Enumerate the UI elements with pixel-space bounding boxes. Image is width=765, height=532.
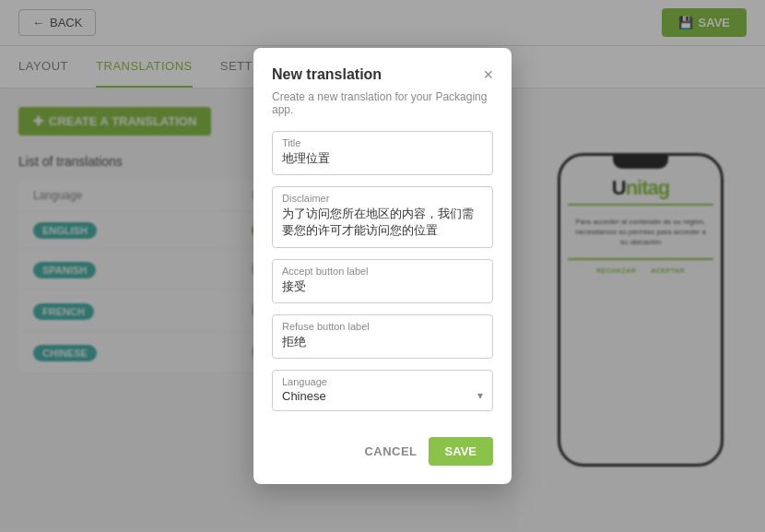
modal-footer: CANCEL SAVE [253, 426, 512, 484]
modal-body: Title 地理位置 Disclaimer 为了访问您所在地区的内容，我们需要您… [253, 131, 512, 426]
disclaimer-field-label: Disclaimer [282, 193, 483, 204]
disclaimer-field-value: 为了访问您所在地区的内容，我们需要您的许可才能访问您的位置 [282, 206, 483, 239]
cancel-button[interactable]: CANCEL [364, 444, 417, 458]
language-select-value: Chinese [282, 389, 326, 403]
accept-field-label: Accept button label [282, 266, 483, 277]
language-field-label: Language [282, 376, 483, 387]
disclaimer-field[interactable]: Disclaimer 为了访问您所在地区的内容，我们需要您的许可才能访问您的位置 [272, 186, 493, 247]
language-select-inner: Chinese ▾ [282, 389, 483, 403]
refuse-field[interactable]: Refuse button label 拒绝 [272, 314, 493, 359]
accept-field-value: 接受 [282, 278, 483, 295]
modal-subtitle: Create a new translation for your Packag… [253, 90, 512, 131]
title-field-label: Title [282, 137, 483, 148]
modal-close-button[interactable]: × [483, 66, 493, 83]
title-field-value: 地理位置 [282, 150, 483, 167]
accept-field[interactable]: Accept button label 接受 [272, 259, 493, 303]
chevron-down-icon: ▾ [477, 389, 483, 402]
language-field[interactable]: Language Chinese ▾ [272, 370, 493, 411]
modal-title: New translation [272, 66, 382, 83]
refuse-field-label: Refuse button label [282, 321, 483, 332]
title-field[interactable]: Title 地理位置 [272, 131, 493, 175]
modal: New translation × Create a new translati… [253, 48, 512, 484]
modal-header: New translation × [253, 48, 512, 90]
modal-save-button[interactable]: SAVE [429, 437, 493, 466]
refuse-field-value: 拒绝 [282, 334, 483, 350]
modal-overlay: New translation × Create a new translati… [0, 0, 765, 532]
